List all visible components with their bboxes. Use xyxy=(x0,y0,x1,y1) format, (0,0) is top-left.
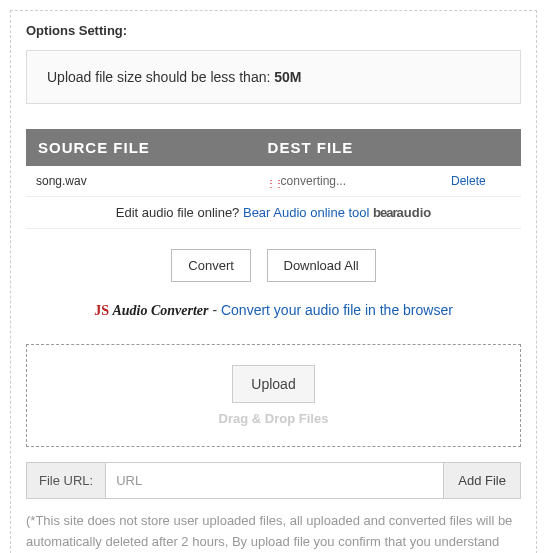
url-input[interactable] xyxy=(106,463,443,498)
table-row: song.wav converting... Delete xyxy=(26,166,521,197)
dest-cell: converting... xyxy=(256,166,441,197)
col-action xyxy=(441,129,521,166)
filesize-notice: Upload file size should be less than: 50… xyxy=(26,50,521,104)
js-convert-link[interactable]: Convert your audio file in the browser xyxy=(221,302,453,318)
edit-row: Edit audio file online? Bear Audio onlin… xyxy=(26,197,521,229)
disclaimer-text: (*This site does not store user uploaded… xyxy=(26,513,512,553)
options-panel: Options Setting: Upload file size should… xyxy=(10,10,537,553)
bear-audio-link[interactable]: Bear Audio online tool xyxy=(243,205,369,220)
section-title: Options Setting: xyxy=(26,23,521,38)
convert-button[interactable]: Convert xyxy=(171,249,251,282)
download-all-button[interactable]: Download All xyxy=(267,249,376,282)
spinner-icon xyxy=(266,176,278,188)
disclaimer: (*This site does not store user uploaded… xyxy=(26,511,521,553)
url-label: File URL: xyxy=(27,463,106,498)
notice-limit: 50M xyxy=(274,69,301,85)
file-table: SOURCE FILE DEST FILE song.wav convertin… xyxy=(26,129,521,197)
add-file-button[interactable]: Add File xyxy=(443,463,520,498)
dest-status: converting... xyxy=(281,174,346,188)
col-source: SOURCE FILE xyxy=(26,129,256,166)
notice-text: Upload file size should be less than: xyxy=(47,69,274,85)
bear-logo: bearaudio xyxy=(373,205,431,220)
js-sep: - xyxy=(209,302,221,318)
js-logo: JS Audio Converter xyxy=(94,303,208,318)
col-dest: DEST FILE xyxy=(256,129,441,166)
js-converter-row: JS Audio Converter - Convert your audio … xyxy=(26,302,521,319)
upload-button[interactable]: Upload xyxy=(232,365,314,403)
drag-text: Drag & Drop Files xyxy=(47,411,500,426)
source-cell: song.wav xyxy=(26,166,256,197)
edit-prefix: Edit audio file online? xyxy=(116,205,243,220)
url-row: File URL: Add File xyxy=(26,462,521,499)
delete-link[interactable]: Delete xyxy=(451,174,486,188)
upload-zone[interactable]: Upload Drag & Drop Files xyxy=(26,344,521,447)
button-row: Convert Download All xyxy=(26,249,521,282)
